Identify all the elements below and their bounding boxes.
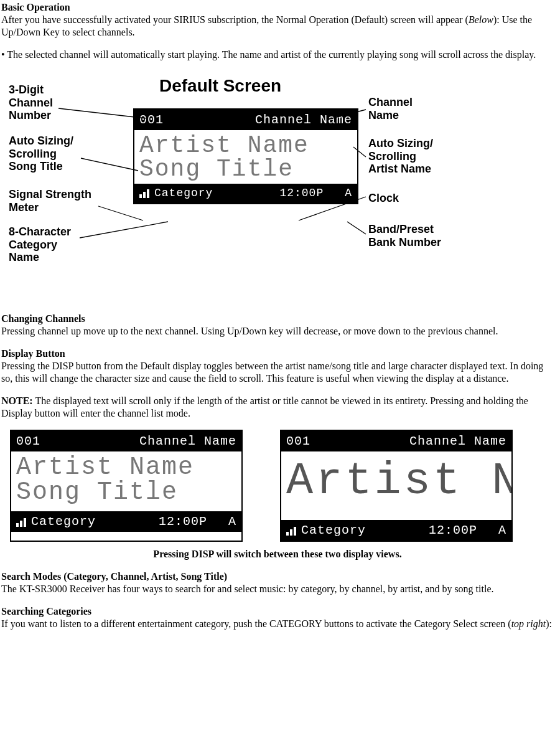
- note-text: The displayed text will scroll only if t…: [1, 395, 528, 418]
- heading-basic-operation: Basic Operation: [1, 1, 554, 14]
- lcd-view-2: 001 Channel Name Artist N Category 12:00…: [280, 430, 513, 542]
- lcd-song-title: Song Title: [16, 480, 236, 505]
- para-search-modes: The KT-SR3000 Receiver has four ways to …: [1, 583, 554, 595]
- svg-line-0: [58, 108, 146, 118]
- lcd-category: Category: [31, 514, 96, 529]
- para-display-button: Pressing the DISP button from the Defaul…: [1, 360, 554, 385]
- svg-line-5: [353, 147, 366, 157]
- para-display-button-note: NOTE: The displayed text will scroll onl…: [1, 395, 554, 420]
- lcd-channel-name: Channel Name: [139, 433, 236, 449]
- svg-line-6: [299, 197, 366, 220]
- svg-line-1: [81, 158, 138, 171]
- signal-icon: [16, 517, 26, 527]
- lcd-clock: 12:00P: [429, 522, 477, 538]
- lcd-top-bar: 001 Channel Name: [11, 431, 241, 451]
- lcd-bank: A: [498, 522, 506, 538]
- lcd-bottom-bar: Category 12:00P A: [281, 520, 511, 541]
- lcd-bottom-bar: Category 12:00P A: [11, 511, 241, 532]
- svg-line-3: [80, 222, 168, 238]
- lcd-middle: Artist Name Song Title: [11, 451, 241, 511]
- para-basic-operation-1: After you have successfully activated yo…: [1, 14, 554, 39]
- heading-search-modes: Search Modes (Category, Channel, Artist,…: [1, 570, 554, 583]
- note-label: NOTE:: [1, 395, 33, 406]
- lcd-category: Category: [301, 522, 366, 538]
- para-basic-operation-bullet: • The selected channel will automaticall…: [1, 49, 554, 61]
- heading-searching-categories: Searching Categories: [1, 605, 554, 618]
- text-italic: Below: [469, 14, 493, 25]
- lcd-clock: 12:00P: [159, 514, 207, 529]
- lcd-channel-number: 001: [16, 433, 40, 449]
- lcd-comparison-row: 001 Channel Name Artist Name Song Title …: [10, 430, 554, 542]
- para-searching-categories: If you want to listen to a different ent…: [1, 618, 554, 630]
- lcd-top-bar: 001 Channel Name: [281, 431, 511, 451]
- lcd-view-1: 001 Channel Name Artist Name Song Title …: [10, 430, 243, 542]
- lcd-channel-number: 001: [286, 433, 310, 449]
- svg-line-7: [347, 222, 366, 234]
- leader-lines: [10, 72, 477, 301]
- text: ):: [546, 618, 552, 629]
- heading-display-button: Display Button: [1, 347, 554, 360]
- para-changing-channels: Pressing channel up move up to the next …: [1, 325, 554, 338]
- lcd-artist-name: Artist Name: [16, 455, 236, 480]
- heading-changing-channels: Changing Channels: [1, 313, 554, 325]
- lcd-middle-large: Artist N: [281, 451, 511, 520]
- svg-line-2: [98, 206, 143, 220]
- text: After you have successfully activated yo…: [1, 14, 469, 25]
- default-screen-diagram: Default Screen 3-Digit Channel Number Au…: [10, 72, 477, 301]
- svg-line-4: [327, 110, 366, 120]
- lcd-caption: Pressing DISP will switch between these …: [1, 548, 554, 560]
- text-italic: top right: [511, 618, 546, 629]
- text: If you want to listen to a different ent…: [1, 618, 511, 629]
- signal-icon: [286, 526, 296, 536]
- lcd-channel-name: Channel Name: [409, 433, 506, 449]
- lcd-bank: A: [228, 514, 236, 529]
